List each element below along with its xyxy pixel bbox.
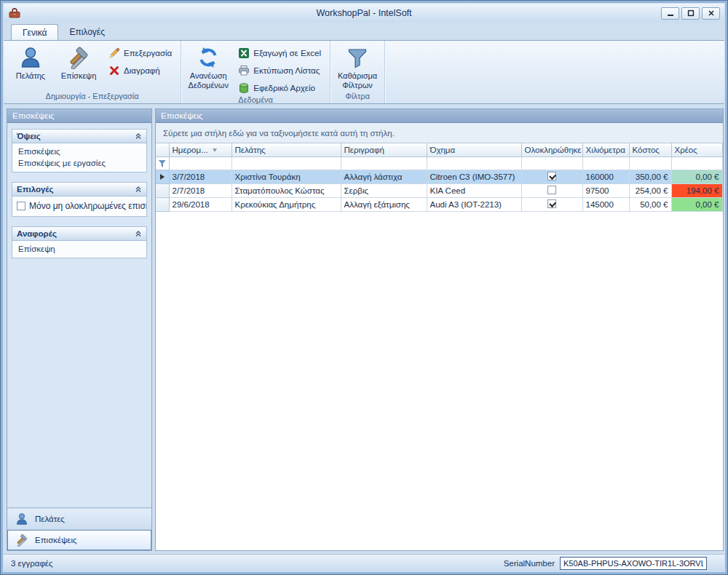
filter-cell-0[interactable]	[169, 156, 232, 170]
refresh-data-button[interactable]: Ανανέωση Δεδομένων	[184, 42, 232, 92]
column-header-2[interactable]: Περιγραφή	[341, 143, 427, 156]
column-header-7[interactable]: Χρέος	[671, 143, 722, 156]
column-header-5[interactable]: Χιλιόμετρα	[582, 143, 629, 156]
print-list-button[interactable]: Εκτύπωση Λίστας	[232, 63, 327, 78]
cell-client[interactable]: Κρεκούκιας Δημήτρης	[232, 197, 341, 211]
collapse-chevron-icon[interactable]	[135, 132, 142, 140]
cell-km[interactable]: 145000	[582, 197, 629, 211]
filter-cell-2[interactable]	[341, 156, 427, 170]
record-count: 3 εγγραφές	[11, 559, 53, 568]
filter-cell-6[interactable]	[629, 156, 671, 170]
completed-checkbox[interactable]	[547, 172, 556, 181]
column-header-4[interactable]: Ολοκληρώθηκε	[521, 143, 582, 156]
cell-description[interactable]: Αλλαγή λάστιχα	[341, 170, 427, 183]
only-incomplete-visits-option[interactable]: Μόνο μη ολοκληρωμένες επισκέ	[12, 199, 146, 213]
cell-debt[interactable]: 0,00 €	[671, 170, 722, 183]
completed-checkbox[interactable]	[547, 199, 556, 208]
cell-date[interactable]: 3/7/2018	[169, 170, 232, 183]
export-excel-button[interactable]: Εξαγωγή σε Excel	[232, 45, 327, 60]
client-button[interactable]: Πελάτης	[7, 42, 55, 92]
section-reports-header[interactable]: Αναφορές	[12, 226, 147, 241]
collapse-chevron-icon[interactable]	[135, 186, 142, 193]
table-row[interactable]: 2/7/2018Σταματόπουλος ΚώσταςΣερβιςKIA Ce…	[156, 183, 722, 197]
sidebar-item-visits-with-jobs[interactable]: Επισκέψεις με εργασίες	[12, 157, 146, 169]
row-selector[interactable]	[156, 197, 169, 211]
cell-vehicle[interactable]: Citroen C3 (IMO-3577)	[427, 170, 521, 183]
sidebar-item-visits[interactable]: Επισκέψεις	[12, 146, 146, 157]
visits-tools-icon	[15, 534, 28, 547]
table-row[interactable]: 29/6/2018Κρεκούκιας ΔημήτρηςΑλλαγή εξάτμ…	[156, 197, 722, 211]
refresh-data-button-label: Ανανέωση Δεδομένων	[185, 71, 232, 90]
grid-corner-cell	[156, 143, 169, 156]
edit-button[interactable]: Επεξεργασία	[103, 45, 178, 60]
app-toolbox-icon	[8, 7, 21, 20]
cell-description[interactable]: Αλλαγή εξάτμισης	[341, 197, 427, 211]
cell-date[interactable]: 29/6/2018	[169, 197, 232, 211]
visits-grid: Ημερομ...ΠελάτηςΠεριγραφήΌχημαΟλοκληρώθη…	[156, 143, 723, 212]
current-row-arrow-icon	[160, 174, 165, 180]
delete-button-label: Διαγραφή	[124, 66, 160, 75]
row-selector[interactable]	[156, 183, 169, 197]
cell-cost[interactable]: 350,00 €	[629, 170, 671, 183]
close-button[interactable]	[702, 7, 720, 20]
title-bar[interactable]: WorkshopPal - IntelSoft	[4, 4, 724, 23]
cell-km[interactable]: 97500	[582, 183, 629, 197]
section-options-header[interactable]: Επιλογές	[12, 182, 147, 197]
delete-button[interactable]: Διαγραφή	[103, 63, 178, 78]
cell-client[interactable]: Σταματόπουλος Κώστας	[232, 183, 341, 197]
tab-genika[interactable]: Γενικά	[11, 24, 58, 41]
cell-km[interactable]: 160000	[582, 170, 629, 183]
section-reports-title: Αναφορές	[17, 229, 57, 238]
sidebar-panel: Επισκέψεις Όψεις Επισκέψεις Επισκέψεις μ…	[7, 108, 152, 551]
client-button-label: Πελάτης	[16, 71, 45, 81]
cell-date[interactable]: 2/7/2018	[169, 183, 232, 197]
filter-cell-3[interactable]	[427, 156, 521, 170]
row-selector[interactable]	[156, 170, 169, 183]
cell-debt[interactable]: 0,00 €	[671, 197, 722, 211]
export-excel-label: Εξαγωγή σε Excel	[253, 49, 321, 58]
backup-file-label: Εφεδρικό Αρχείο	[253, 84, 315, 92]
section-reports: Αναφορές Επίσκεψη	[12, 226, 147, 258]
filter-cell-5[interactable]	[582, 156, 629, 170]
column-header-6[interactable]: Κόστος	[629, 143, 671, 156]
clear-filters-button[interactable]: Καθάρισμα Φίλτρων	[333, 42, 381, 92]
nav-visits[interactable]: Επισκέψεις	[7, 529, 151, 550]
sidebar-nav: Πελάτες Επισκέψεις	[7, 507, 151, 550]
group-by-panel[interactable]: Σύρετε μια στήλη εδώ για να ταξινομήσετε…	[156, 123, 723, 143]
cell-completed[interactable]	[521, 197, 582, 211]
section-views-header[interactable]: Όψεις	[12, 129, 147, 143]
serial-input[interactable]	[560, 557, 707, 570]
nav-clients-label: Πελάτες	[35, 515, 65, 523]
filter-cell-4[interactable]	[521, 156, 582, 170]
edit-button-label: Επεξεργασία	[124, 49, 172, 58]
filter-cell-1[interactable]	[232, 156, 341, 170]
completed-checkbox[interactable]	[547, 186, 556, 194]
only-incomplete-checkbox[interactable]	[17, 202, 25, 210]
cell-description[interactable]: Σερβις	[341, 183, 427, 197]
column-header-0[interactable]: Ημερομ...	[169, 143, 232, 156]
section-options: Επιλογές Μόνο μη ολοκληρωμένες επισκέ	[12, 182, 147, 217]
cell-completed[interactable]	[521, 183, 582, 197]
cell-client[interactable]: Χριστίνα Τουράκη	[232, 170, 341, 183]
visit-button-label: Επίσκεψη	[61, 71, 97, 81]
cell-cost[interactable]: 50,00 €	[629, 197, 671, 211]
maximize-button[interactable]	[681, 7, 700, 20]
cell-completed[interactable]	[521, 170, 582, 183]
visit-button[interactable]: Επίσκεψη	[55, 42, 103, 92]
table-row[interactable]: 3/7/2018Χριστίνα ΤουράκηΑλλαγή λάστιχαCi…	[156, 170, 722, 183]
cell-vehicle[interactable]: Audi A3 (IOT-2213)	[427, 197, 521, 211]
sidebar-item-visit-report[interactable]: Επίσκεψη	[12, 243, 146, 255]
filter-cell-7[interactable]	[671, 156, 722, 170]
cell-cost[interactable]: 254,00 €	[629, 183, 671, 197]
nav-visits-label: Επισκέψεις	[35, 536, 77, 544]
backup-file-button[interactable]: Εφεδρικό Αρχείο	[232, 80, 327, 95]
cell-vehicle[interactable]: KIA Ceed	[427, 183, 521, 197]
nav-clients[interactable]: Πελάτες	[7, 508, 151, 529]
column-header-1[interactable]: Πελάτης	[232, 143, 341, 156]
collapse-chevron-icon[interactable]	[135, 230, 142, 237]
column-header-3[interactable]: Όχημα	[427, 143, 521, 156]
tab-epiloges[interactable]: Επιλογές	[58, 24, 116, 40]
maximize-icon	[687, 9, 695, 17]
cell-debt[interactable]: 194,00 €	[671, 183, 722, 197]
minimize-button[interactable]	[661, 7, 679, 20]
